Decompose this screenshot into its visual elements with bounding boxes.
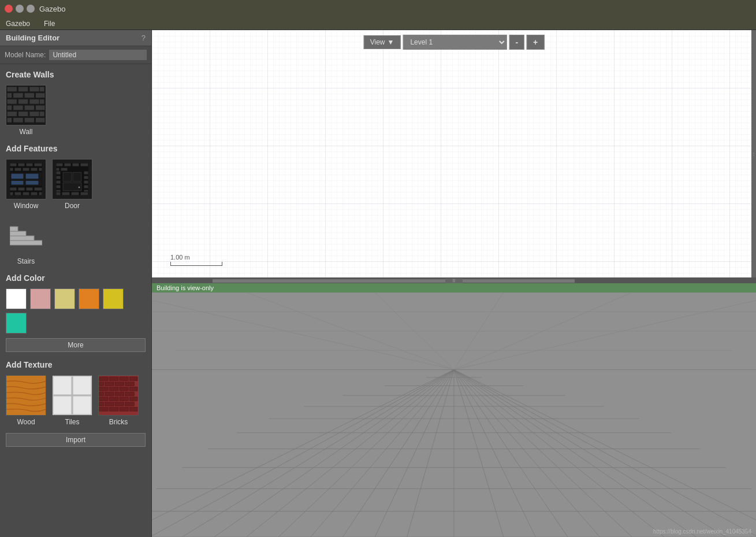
stairs-tool[interactable]: Stairs: [6, 214, 46, 265]
add-color-title: Add Color: [0, 268, 151, 286]
wall-thumbnail: [6, 85, 46, 125]
svg-rect-8: [36, 93, 46, 98]
svg-rect-5: [7, 93, 12, 98]
panel-header: Building Editor ?: [0, 30, 151, 46]
svg-rect-54: [72, 163, 79, 166]
svg-rect-105: [125, 392, 135, 396]
color-pink[interactable]: [30, 288, 51, 309]
window-tool[interactable]: Window: [6, 159, 46, 210]
svg-rect-70: [84, 180, 88, 184]
window-title: Gazebo: [39, 5, 66, 13]
svg-rect-13: [7, 105, 12, 110]
svg-rect-27: [18, 163, 25, 166]
import-button[interactable]: Import: [6, 433, 146, 447]
svg-rect-57: [61, 168, 68, 171]
window-controls: [5, 5, 35, 13]
status-bar: Building is view-only: [152, 283, 756, 292]
svg-rect-22: [13, 117, 23, 123]
svg-rect-36: [11, 173, 24, 179]
svg-rect-79: [10, 231, 26, 236]
svg-rect-101: [129, 387, 137, 391]
svg-rect-45: [34, 187, 42, 191]
model-name-row: Model Name:: [0, 46, 151, 64]
svg-rect-18: [18, 112, 28, 117]
right-resize-handle[interactable]: ⋮: [751, 30, 756, 277]
create-walls-title: Create Walls: [0, 64, 151, 83]
zoom-out-button[interactable]: -: [509, 35, 524, 50]
left-panel: Building Editor ? Model Name: Create Wal…: [0, 30, 152, 537]
scrollbar-h-thumb[interactable]: [213, 279, 575, 283]
maximize-button[interactable]: [27, 5, 35, 13]
texture-tiles[interactable]: Tiles: [52, 375, 92, 426]
viewport-2d[interactable]: View ▼ Level 1 - + 1.00 m: [152, 30, 756, 279]
svg-rect-64: [56, 176, 61, 179]
resize-grip[interactable]: ⠿: [445, 279, 463, 283]
svg-rect-74: [62, 192, 70, 195]
color-orange[interactable]: [79, 288, 99, 309]
view-button[interactable]: View ▼: [364, 35, 401, 49]
svg-rect-73: [56, 192, 61, 195]
more-colors-button[interactable]: More: [6, 338, 146, 352]
svg-rect-31: [14, 168, 21, 171]
svg-rect-21: [7, 117, 12, 123]
svg-rect-29: [34, 163, 42, 166]
svg-rect-41: [10, 179, 42, 180]
scale-bar: [170, 262, 222, 266]
main-layout: Building Editor ? Model Name: Create Wal…: [0, 30, 756, 537]
tiles-thumbnail: [52, 375, 92, 416]
scale-label: 1.00 m: [170, 254, 190, 261]
svg-rect-66: [56, 185, 61, 188]
window-label: Window: [14, 202, 39, 210]
svg-rect-120: [152, 30, 756, 277]
wall-tool[interactable]: Wall: [6, 85, 46, 136]
svg-rect-96: [115, 382, 124, 386]
svg-rect-49: [31, 192, 38, 195]
svg-rect-116: [120, 407, 129, 411]
svg-rect-69: [84, 176, 88, 179]
color-tan[interactable]: [54, 288, 75, 309]
svg-rect-11: [29, 99, 39, 104]
svg-rect-15: [24, 105, 34, 110]
walls-row: Wall: [0, 83, 151, 138]
color-yellow[interactable]: [103, 288, 124, 309]
door-tool[interactable]: Door: [52, 159, 92, 210]
zoom-in-button[interactable]: +: [527, 35, 544, 50]
color-white[interactable]: [6, 288, 27, 309]
viewport-3d[interactable]: [152, 292, 756, 537]
minimize-button[interactable]: [16, 5, 24, 13]
scale-line: [170, 265, 222, 266]
help-icon[interactable]: ?: [141, 34, 146, 42]
svg-rect-1: [7, 87, 17, 92]
svg-rect-102: [99, 392, 104, 396]
level-select[interactable]: Level 1: [403, 35, 507, 50]
model-name-label: Model Name:: [5, 51, 46, 59]
color-teal[interactable]: [6, 313, 27, 334]
svg-rect-77: [10, 240, 42, 245]
svg-rect-53: [64, 163, 71, 166]
bricks-thumbnail: [98, 375, 139, 416]
model-name-input[interactable]: [49, 50, 147, 60]
svg-rect-109: [129, 397, 137, 401]
svg-rect-68: [84, 171, 88, 175]
status-text: Building is view-only: [157, 284, 214, 291]
svg-rect-78: [10, 236, 34, 240]
svg-rect-94: [99, 382, 104, 386]
features-row: Window: [0, 157, 151, 212]
texture-wood[interactable]: Wood: [6, 375, 46, 426]
svg-rect-9: [7, 99, 17, 104]
svg-rect-17: [7, 112, 17, 117]
watermark: https://blog.csdn.net/weixin_41045354: [653, 528, 751, 535]
svg-rect-33: [31, 168, 38, 171]
svg-rect-75: [71, 192, 79, 195]
svg-rect-37: [25, 173, 39, 179]
svg-rect-43: [18, 187, 25, 191]
svg-rect-28: [26, 163, 33, 166]
close-button[interactable]: [5, 5, 13, 13]
texture-bricks[interactable]: Bricks: [98, 375, 139, 426]
menu-gazebo[interactable]: Gazebo: [2, 18, 33, 29]
svg-rect-92: [120, 377, 129, 381]
svg-rect-110: [99, 402, 104, 406]
window-thumbnail: [6, 159, 46, 199]
svg-rect-3: [29, 87, 39, 92]
menu-file[interactable]: File: [40, 18, 58, 29]
